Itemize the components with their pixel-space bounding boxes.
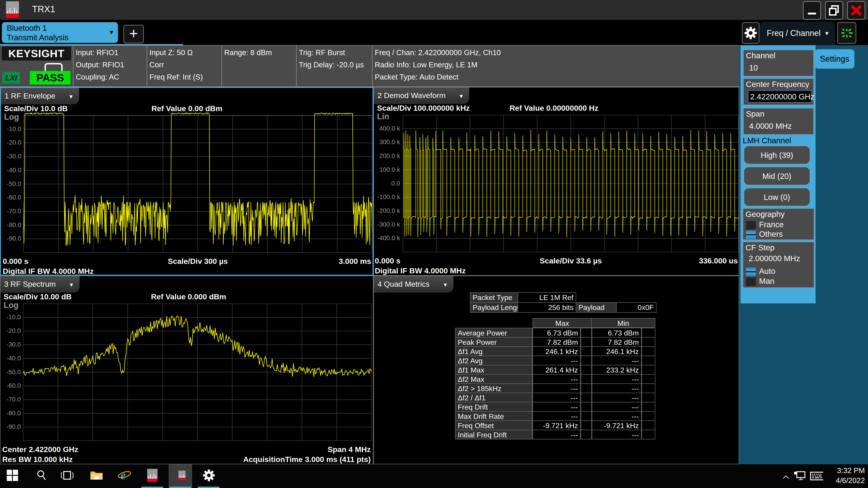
internet-explorer-button[interactable]: e [118,469,131,482]
radio-unselected-icon[interactable] [746,278,756,286]
tray-expand-button[interactable] [779,470,793,484]
amplitude-scale-type: Log [4,112,19,122]
window-selector-rf-spectrum[interactable]: 3 RF Spectrum ▼ [0,276,80,293]
metric-value [642,356,655,365]
system-settings-button[interactable] [742,22,760,44]
search-icon [36,469,48,481]
start-button[interactable] [6,469,19,482]
metric-value [581,365,592,375]
busy-indicator-button[interactable] [837,22,856,44]
metric-value [581,430,592,440]
metric-value [581,420,592,430]
close-icon [850,4,862,16]
chevron-down-icon[interactable]: ▼ [108,29,114,36]
window-demod-waveform[interactable]: 2 Demod Waveform ▼ Scale/Div 100.000000 … [373,87,739,275]
metric-value: 246.1 kHz [592,346,642,356]
packet-type-label: Packet Type [470,292,518,303]
metric-label: Δf2 / Δf1 [455,393,532,402]
window-rf-envelope[interactable]: 1 RF Envelope ▼ Scale/Div 10.0 dB Ref Va… [0,87,373,275]
metric-value [642,365,655,375]
minimize-button[interactable] [803,1,821,20]
metric-value [642,420,655,430]
geography-option-others[interactable]: Others [746,230,783,239]
measurement-tab-bluetooth[interactable]: Bluetooth 1 Transmit Analysis ▼ [2,22,118,43]
file-explorer-button[interactable] [90,469,103,482]
channel-field[interactable]: Channel 10 [743,50,814,76]
menu-tab-freq-channel[interactable]: Freq / Channel ▼ [760,22,835,45]
metric-value: 6.73 dBm [592,328,642,337]
window-quad-metrics[interactable]: 4 Quad Metrics ▼ Packet Type LE 1M Ref P… [373,275,739,464]
metric-label: Freq Offset [455,420,532,430]
info-line: Coupling: AC [76,71,149,83]
geography-option-france[interactable]: France [746,220,784,230]
metric-value: --- [592,374,642,384]
y-tick-label: 300.0 k [374,138,400,146]
span-label: Span [746,109,765,119]
window-title-label: 3 RF Spectrum [4,280,56,288]
measurement-tab-line1: Bluetooth 1 [7,24,47,33]
tray-network-button[interactable] [794,470,807,483]
info-line: Packet Type: Auto Detect [375,71,739,83]
demod-waveform-chart [403,115,739,252]
window-selector-quad-metrics[interactable]: 4 Quad Metrics ▼ [374,276,454,293]
lmh-high-button[interactable]: High (39) [744,146,810,164]
title-bar: TRX1 [0,0,868,20]
tray-keyboard-button[interactable] [810,470,823,483]
info-line: Trig: RF Burst [299,46,374,59]
keysight-app-icon [178,470,186,480]
info-col-freq-radio[interactable]: Freq / Chan: 2.422000000 GHz, Ch10 Radio… [372,46,739,87]
task-view-button[interactable] [61,469,74,482]
info-col-trigger[interactable]: Trig: RF Burst Trig Delay: -20.0 µs [296,46,374,87]
span-field[interactable]: Span 4.0000 MHz [743,108,814,135]
metric-value [581,411,592,421]
lmh-mid-button[interactable]: Mid (20) [744,167,810,185]
info-col-impedance[interactable]: Input Z: 50 Ω Corr Freq Ref: Int (S) [147,46,224,87]
keysight-active-app-button[interactable] [176,469,188,482]
radio-selected-icon[interactable] [746,267,756,276]
center-frequency-value[interactable]: 2.422000000 GHz [748,90,812,103]
lmh-low-button[interactable]: Low (0) [744,188,810,206]
measurement-info-bar: KEYSIGHT LXI PASS Input: RFIO1 Output: R… [0,45,739,87]
tab-settings[interactable]: Settings [815,49,855,69]
radio-unselected-icon[interactable] [746,221,756,230]
channel-value[interactable]: 10 [749,63,758,72]
chevron-down-icon: ▼ [824,30,830,37]
window-selector-demod-waveform[interactable]: 2 Demod Waveform ▼ [374,88,469,104]
info-col-range[interactable]: Range: 8 dBm [221,46,298,87]
window-title-label: 1 RF Envelope [4,92,55,100]
cf-step-option-man[interactable]: Man [746,276,774,286]
metric-value [642,393,655,402]
cf-step-value[interactable]: 2.000000 MHz [749,254,800,263]
metric-label: Δf2 Max [455,374,532,384]
option-label: Others [759,230,783,238]
center-frequency-field[interactable]: Center Frequency 2.422000000 GHz [743,78,814,105]
window-title-label: 4 Quad Metrics [377,280,430,288]
settings-app-button[interactable] [202,469,215,482]
metric-value: --- [532,411,581,421]
add-measurement-button[interactable]: + [123,25,144,43]
metric-value [581,374,592,384]
info-line: Input: RFIO1 [76,46,149,59]
search-button[interactable] [35,469,49,482]
file-explorer-icon [90,470,103,481]
metric-label: Max Drift Rate [455,411,532,421]
metric-value: 246.1 kHz [532,346,581,356]
metric-value [581,383,592,393]
metric-label: Δf2 > 185kHz [455,383,532,393]
keysight-app-button[interactable] [146,469,159,482]
if-bw-label: Digital IF BW 4.0000 MHz [375,266,466,275]
window-selector-rf-envelope[interactable]: 1 RF Envelope ▼ [1,88,79,104]
radio-selected-icon[interactable] [746,230,756,239]
span-value[interactable]: 4.0000 MHz [749,122,792,131]
window-rf-spectrum[interactable]: 3 RF Spectrum ▼ Scale/Div 10.00 dB Ref V… [0,275,373,464]
y-tick-label: 400.0 k [374,125,400,132]
taskbar-clock[interactable]: 3:32 PM 4/6/2022 [836,466,865,486]
ref-value-label: Ref Value 0.000 dBm [151,292,226,301]
pass-status-badge: PASS [30,71,70,85]
svg-text:e: e [121,469,126,482]
cf-step-option-auto[interactable]: Auto [746,267,775,276]
metric-value: --- [532,356,581,365]
close-button[interactable] [847,1,865,20]
info-col-input[interactable]: Input: RFIO1 Output: RFIO1 Coupling: AC [73,46,149,87]
restore-button[interactable] [825,1,843,20]
